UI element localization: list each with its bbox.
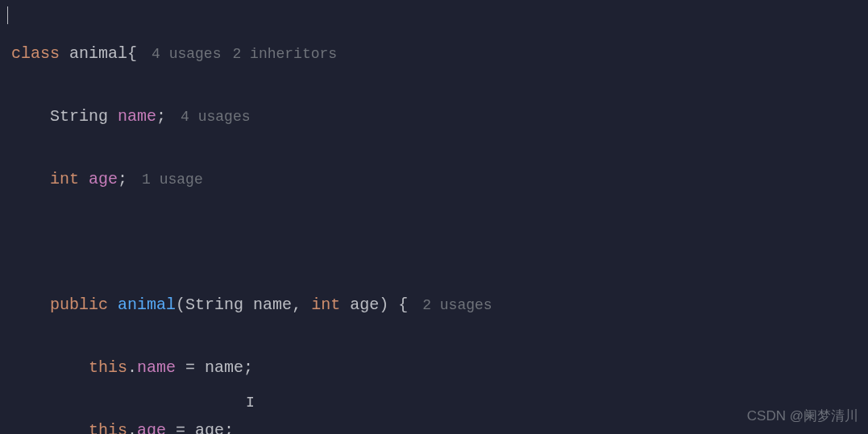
inlay-hint-usages[interactable]: 4 usages (181, 109, 250, 125)
param-name: name (253, 296, 292, 314)
modifier-public: public (50, 296, 108, 314)
field-ref: age (137, 421, 166, 434)
code-line[interactable]: int age;1 usage (11, 163, 857, 195)
field-name: name (118, 107, 156, 126)
param-name: age (350, 296, 379, 314)
this-keyword: this (89, 358, 127, 377)
this-keyword: this (89, 421, 127, 434)
brace-open: { (127, 44, 137, 63)
text-caret (7, 6, 8, 24)
field-ref: name (137, 358, 176, 377)
code-editor[interactable]: class animal{4 usages2 inheritors String… (11, 6, 857, 434)
type-string: String (50, 107, 108, 126)
semicolon: ; (156, 107, 166, 126)
class-name: animal (69, 44, 127, 63)
var-ref: age (195, 421, 224, 434)
comma: , (292, 296, 311, 314)
brace-open: { (388, 296, 408, 314)
field-age: age (89, 170, 118, 188)
paren-open: ( (176, 296, 185, 314)
watermark: CSDN @阑梦清川 (747, 403, 858, 429)
text-cursor-icon: I (246, 389, 247, 403)
code-line[interactable]: class animal{4 usages2 inheritors (11, 38, 857, 69)
inlay-hint-usages[interactable]: 1 usage (142, 172, 203, 188)
inlay-hint-usages[interactable]: 4 usages (152, 46, 221, 62)
code-line[interactable]: public animal(String name, int age) {2 u… (11, 289, 857, 320)
keyword-class: class (11, 44, 60, 63)
type-int: int (50, 170, 79, 188)
code-line-empty[interactable] (11, 226, 857, 258)
paren-close: ) (379, 296, 388, 314)
inlay-hint-inheritors[interactable]: 2 inheritors (232, 46, 337, 62)
code-line[interactable]: this.age = age; (11, 415, 857, 434)
assign: = (176, 358, 205, 377)
assign: = (166, 421, 195, 434)
param-type: String (185, 296, 243, 314)
var-ref: name (205, 358, 243, 377)
dot: . (127, 358, 137, 377)
semicolon: ; (243, 358, 253, 377)
semicolon: ; (224, 421, 234, 434)
param-type: int (311, 296, 340, 314)
dot: . (127, 421, 137, 434)
code-line[interactable]: this.name = name; (11, 352, 857, 383)
semicolon: ; (118, 170, 127, 188)
constructor-name: animal (118, 296, 176, 314)
inlay-hint-usages[interactable]: 2 usages (422, 297, 492, 313)
code-line[interactable]: String name;4 usages (11, 101, 857, 132)
